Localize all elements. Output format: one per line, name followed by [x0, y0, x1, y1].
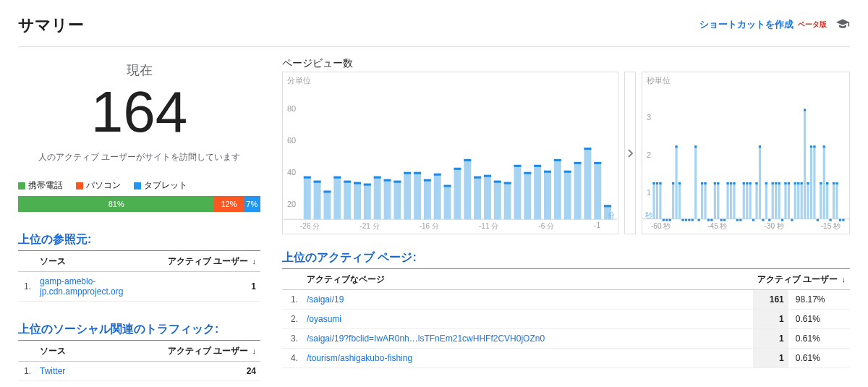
top-referrals-table: ソース アクティブ ユーザー ↓ 1. gamp-ameblo-jp.cdn.a… — [18, 251, 260, 302]
svg-rect-45 — [524, 172, 531, 219]
table-row[interactable]: 1. gamp-ameblo-jp.cdn.ampproject.org 1 — [18, 272, 260, 302]
row-index: 3. — [282, 329, 302, 349]
svg-rect-52 — [554, 159, 561, 161]
page-cell[interactable]: /oyasumi — [302, 310, 753, 329]
active-user-count: 164 — [18, 83, 260, 141]
svg-rect-148 — [788, 182, 790, 219]
svg-rect-19 — [393, 181, 401, 220]
section-top-social[interactable]: 上位のソーシャル関連のトラフィック: — [18, 322, 260, 341]
col-users[interactable]: アクティブ ユーザー ↓ — [95, 341, 260, 362]
svg-rect-32 — [454, 168, 461, 170]
svg-rect-81 — [678, 182, 681, 184]
svg-rect-1 — [304, 177, 311, 219]
svg-rect-55 — [574, 162, 582, 219]
page-title: サマリー — [18, 14, 84, 36]
swatch-tablet — [134, 182, 141, 190]
svg-rect-105 — [717, 182, 719, 184]
svg-rect-110 — [727, 182, 729, 219]
svg-rect-23 — [414, 172, 421, 219]
header-actions: ショートカットを作成 ベータ版 — [699, 17, 850, 32]
col-page[interactable]: アクティブなページ — [302, 269, 753, 290]
svg-rect-4 — [314, 181, 321, 183]
chart-per-minute: 分単位 80 60 40 20 -26 分-21 分-16 分-11 分-6 分… — [282, 72, 618, 234]
svg-rect-91 — [694, 145, 697, 148]
col-source[interactable]: ソース — [35, 341, 95, 362]
chart-expand-toggle[interactable] — [624, 72, 636, 234]
svg-rect-43 — [514, 165, 521, 219]
svg-rect-131 — [759, 145, 761, 148]
col-users[interactable]: アクティブ ユーザー ↓ — [753, 269, 850, 290]
pct-cell: 98.17% — [788, 290, 850, 310]
svg-rect-171 — [823, 145, 825, 148]
source-cell[interactable]: gamp-ameblo-jp.cdn.ampproject.org — [35, 272, 163, 302]
second-bars — [642, 72, 849, 234]
svg-rect-124 — [749, 182, 752, 219]
xtick: -11 分 — [479, 221, 498, 231]
device-seg-desktop: 12% — [214, 196, 243, 212]
row-index: 2. — [282, 310, 302, 329]
svg-rect-5 — [323, 191, 331, 220]
svg-rect-57 — [584, 148, 591, 219]
svg-rect-12 — [354, 182, 361, 184]
top-social-table: ソース アクティブ ユーザー ↓ 1. Twitter 24 — [18, 341, 260, 381]
svg-rect-120 — [743, 182, 745, 219]
svg-rect-2 — [304, 177, 311, 179]
svg-rect-125 — [749, 182, 752, 184]
svg-rect-113 — [730, 182, 732, 184]
svg-rect-154 — [797, 182, 799, 219]
svg-rect-54 — [564, 171, 571, 173]
svg-rect-21 — [404, 172, 411, 219]
top-social-title: 上位のソーシャル関連のトラフィック: — [18, 322, 218, 337]
svg-rect-153 — [794, 182, 796, 184]
xtick: -6 分 — [538, 221, 554, 231]
svg-rect-30 — [444, 185, 451, 187]
svg-rect-114 — [733, 182, 735, 219]
col-users[interactable]: アクティブ ユーザー ↓ — [163, 251, 260, 272]
svg-rect-103 — [714, 182, 716, 184]
table-row[interactable]: 3. /saigai/19?fbclid=IwAR0nh…lsTFnEm21cw… — [282, 329, 850, 349]
legend-mobile: 携帯電話 — [28, 179, 63, 192]
svg-rect-104 — [717, 182, 719, 219]
source-cell[interactable]: Twitter — [35, 362, 95, 381]
users-cell: 1 — [753, 329, 788, 349]
svg-rect-48 — [534, 165, 541, 167]
svg-rect-121 — [743, 182, 745, 184]
table-row[interactable]: 1. /saigai/19 161 98.17% — [282, 290, 850, 310]
svg-rect-68 — [659, 182, 661, 219]
create-shortcut-link[interactable]: ショートカットを作成 — [699, 18, 793, 31]
svg-rect-96 — [704, 182, 706, 219]
svg-rect-24 — [414, 172, 421, 174]
svg-rect-142 — [778, 182, 780, 219]
svg-rect-168 — [820, 182, 822, 219]
swatch-mobile — [18, 182, 25, 190]
xtick: -26 分 — [300, 221, 320, 231]
svg-rect-53 — [564, 171, 571, 219]
section-top-pages[interactable]: 上位のアクティブ ページ: — [282, 250, 850, 269]
table-row[interactable]: 4. /tourism/ashigakubo-fishing 1 0.61% — [282, 349, 850, 368]
svg-rect-78 — [675, 145, 677, 218]
svg-rect-160 — [807, 182, 809, 219]
device-seg-tablet: 7% — [244, 196, 260, 212]
page-cell[interactable]: /saigai/19?fbclid=IwAR0nh…lsTFnEm21cwHHF… — [302, 329, 753, 349]
minute-bars — [283, 72, 618, 234]
svg-rect-178 — [835, 182, 838, 219]
section-top-referrals[interactable]: 上位の参照元: — [18, 232, 260, 251]
svg-rect-165 — [813, 145, 815, 148]
svg-rect-18 — [384, 179, 391, 182]
svg-rect-13 — [364, 184, 371, 220]
svg-rect-139 — [772, 182, 774, 184]
svg-rect-79 — [675, 145, 677, 148]
education-icon[interactable] — [835, 17, 850, 32]
page-cell[interactable]: /tourism/ashigakubo-fishing — [302, 349, 753, 368]
page-cell[interactable]: /saigai/19 — [302, 290, 753, 310]
col-source[interactable]: ソース — [35, 251, 163, 272]
svg-rect-173 — [826, 182, 828, 184]
row-index: 4. — [282, 349, 302, 368]
svg-rect-164 — [813, 145, 815, 218]
svg-rect-62 — [604, 205, 611, 207]
table-row[interactable]: 2. /oyasumi 1 0.61% — [282, 310, 850, 329]
table-row[interactable]: 1. Twitter 24 — [18, 362, 260, 381]
svg-rect-20 — [393, 181, 401, 183]
svg-rect-56 — [574, 162, 582, 164]
users-cell: 1 — [753, 349, 788, 368]
